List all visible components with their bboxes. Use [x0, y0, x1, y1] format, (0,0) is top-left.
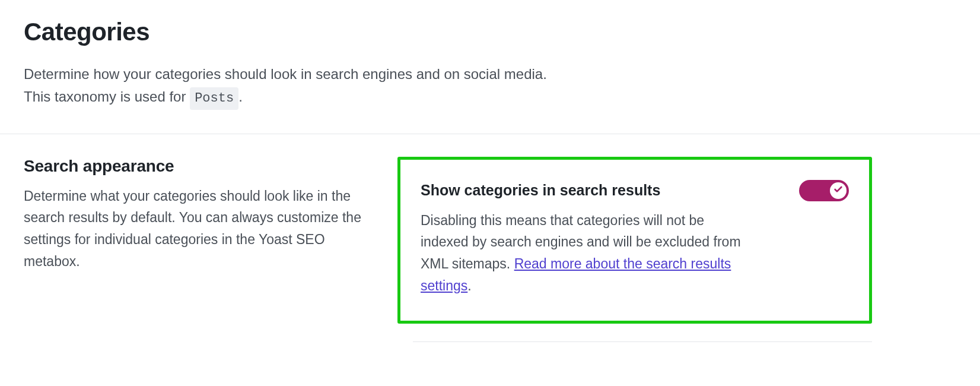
search-appearance-section: Search appearance Determine what your ca… [0, 134, 980, 366]
setting-desc-suffix: . [467, 278, 471, 293]
section-description: Determine what your categories should lo… [24, 185, 362, 273]
setting-bottom-rule [413, 341, 872, 342]
setting-title: Show categories in search results [421, 182, 660, 199]
settings-page: Categories Determine how your categories… [0, 0, 980, 366]
setting-description: Disabling this means that categories wil… [421, 210, 753, 297]
intro-prefix: This taxonomy is used for [24, 88, 190, 105]
page-intro: Determine how your categories should loo… [24, 63, 956, 110]
check-icon [833, 185, 843, 197]
page-header: Categories Determine how your categories… [0, 0, 980, 134]
page-title: Categories [24, 18, 956, 46]
intro-line-2: This taxonomy is used for Posts. [24, 86, 956, 109]
show-in-search-toggle[interactable] [799, 180, 849, 201]
taxonomy-tag: Posts [190, 87, 238, 109]
toggle-knob [830, 182, 847, 199]
show-in-search-setting: Show categories in search results Disabl… [397, 157, 872, 324]
setting-header: Show categories in search results [421, 180, 849, 201]
intro-line-1: Determine how your categories should loo… [24, 63, 956, 86]
intro-suffix: . [238, 88, 243, 105]
section-left-column: Search appearance Determine what your ca… [24, 157, 362, 273]
section-title: Search appearance [24, 157, 362, 176]
section-right-column: Show categories in search results Disabl… [397, 157, 872, 342]
